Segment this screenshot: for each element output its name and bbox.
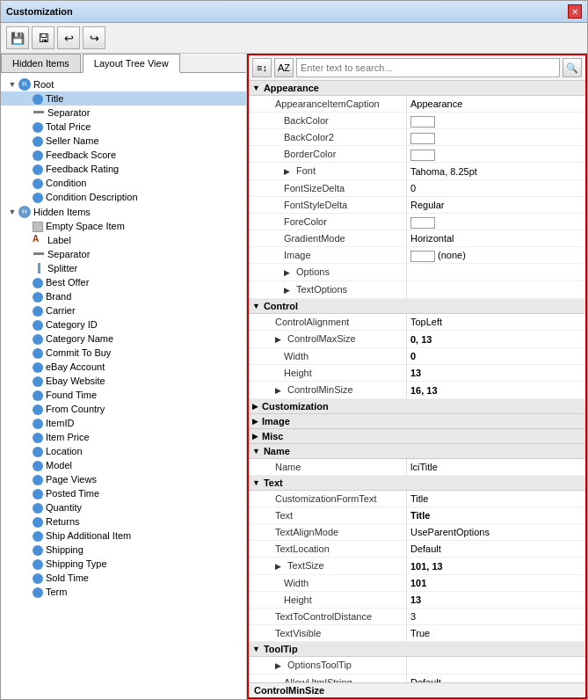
prop-value-width[interactable]: 101 — [407, 575, 585, 591]
tree-item-quantity[interactable]: Quantity — [1, 500, 246, 514]
expand-icon-from-country[interactable] — [20, 403, 33, 415]
prop-row-name[interactable]: NamelciTitle — [249, 459, 585, 476]
prop-value-allowhtmlstring[interactable]: Default — [407, 674, 585, 682]
expand-icon-separator1[interactable] — [20, 106, 33, 119]
tree-item-location[interactable]: Location — [1, 444, 246, 458]
tree-item-label[interactable]: ALabel — [1, 233, 246, 247]
tree-item-found-time[interactable]: Found Time — [1, 388, 246, 402]
expand-icon-ship-additional[interactable] — [20, 529, 33, 542]
save2-button[interactable]: 🖫 — [32, 26, 54, 49]
expand-icon-ebay-website[interactable] — [20, 375, 33, 387]
prop-value-controlminsize[interactable]: 16, 13 — [407, 383, 585, 398]
prop-value-textoptions[interactable] — [407, 289, 585, 291]
tree-item-total-price[interactable]: Total Price — [1, 120, 246, 134]
section-header-misc[interactable]: ▶Misc — [249, 429, 585, 444]
prop-expand-OptionsToolTip[interactable]: ▶ — [275, 659, 286, 673]
prop-row-backcolor2[interactable]: BackColor2 — [249, 129, 585, 146]
tab-layout-tree[interactable]: Layout Tree View — [83, 54, 180, 73]
expand-icon-page-views[interactable] — [20, 473, 33, 485]
color-swatch-Image[interactable] — [410, 251, 435, 262]
tree-item-posted-time[interactable]: Posted Time — [1, 486, 246, 500]
tree-item-shipping-type[interactable]: Shipping Type — [1, 557, 246, 571]
tree-item-separator2[interactable]: Separator — [1, 247, 246, 261]
prop-value-bordercolor[interactable] — [407, 146, 585, 162]
prop-row-image[interactable]: Image (none) — [249, 247, 585, 264]
tree-item-ebay-website[interactable]: Ebay Website — [1, 374, 246, 388]
prop-value-name[interactable]: lciTitle — [407, 459, 585, 475]
prop-value-controlmaxsize[interactable]: 0, 13 — [407, 332, 585, 347]
expand-icon-condition-desc[interactable] — [20, 191, 33, 203]
color-swatch-BackColor2[interactable] — [410, 133, 435, 144]
prop-row-textalignmode[interactable]: TextAlignModeUseParentOptions — [249, 524, 585, 541]
close-button[interactable]: ✕ — [568, 4, 582, 18]
section-header-customization[interactable]: ▶Customization — [249, 399, 585, 414]
tree-item-hidden-items[interactable]: ▼HHidden Items — [1, 204, 246, 219]
prop-value-gradientmode[interactable]: Horizontal — [407, 230, 585, 246]
prop-row-controlmaxsize[interactable]: ▶ControlMaxSize0, 13 — [249, 331, 585, 348]
expand-icon-label[interactable] — [20, 234, 33, 246]
prop-row-textvisible[interactable]: TextVisibleTrue — [249, 625, 585, 642]
expand-icon-hidden-items[interactable]: ▼ — [6, 206, 18, 218]
prop-expand-TextOptions[interactable]: ▶ — [284, 283, 294, 297]
prop-row-textsize[interactable]: ▶TextSize101, 13 — [249, 558, 585, 575]
prop-expand-ControlMaxSize[interactable]: ▶ — [275, 332, 286, 346]
expand-icon-best-offer[interactable] — [20, 276, 33, 288]
tree-item-brand[interactable]: Brand — [1, 289, 246, 303]
tree-item-empty-space[interactable]: Empty Space Item — [1, 219, 246, 233]
expand-icon-returns[interactable] — [20, 515, 33, 528]
prop-row-forecolor[interactable]: ForeColor — [249, 214, 585, 230]
expand-icon-sold-time[interactable] — [20, 572, 33, 584]
tree-item-returns[interactable]: Returns — [1, 514, 246, 529]
tree-item-best-offer[interactable]: Best Offer — [1, 275, 246, 289]
prop-row-bordercolor[interactable]: BorderColor — [249, 146, 585, 163]
tree-item-term[interactable]: Term — [1, 585, 246, 599]
expand-icon-posted-time[interactable] — [20, 487, 33, 499]
props-btn2[interactable]: AZ — [274, 58, 294, 77]
props-area[interactable]: ▼AppearanceAppearanceItemCaptionAppearan… — [249, 81, 585, 682]
section-header-tooltip[interactable]: ▼ToolTip — [249, 642, 585, 657]
tree-item-feedback-score[interactable]: Feedback Score — [1, 148, 246, 162]
tree-item-condition-desc[interactable]: Condition Description — [1, 190, 246, 204]
prop-row-appearanceitemcaption[interactable]: AppearanceItemCaptionAppearance — [249, 96, 585, 113]
expand-icon-carrier[interactable] — [20, 304, 33, 317]
expand-icon-splitter[interactable] — [20, 262, 33, 274]
tree-area[interactable]: ▼RRootTitleSeparatorTotal PriceSeller Na… — [1, 73, 246, 699]
prop-value-fontsizedelta[interactable]: 0 — [407, 180, 585, 196]
prop-value-backcolor2[interactable] — [407, 129, 585, 145]
prop-row-controlminsize[interactable]: ▶ControlMinSize16, 13 — [249, 382, 585, 399]
expand-icon-model[interactable] — [20, 459, 33, 471]
expand-icon-term[interactable] — [20, 586, 33, 598]
tree-item-carrier[interactable]: Carrier — [1, 303, 246, 317]
color-swatch-BorderColor[interactable] — [410, 149, 435, 161]
prop-row-width[interactable]: Width0 — [249, 348, 585, 365]
prop-expand-TextSize[interactable]: ▶ — [275, 559, 286, 573]
search-input[interactable] — [296, 58, 560, 77]
prop-value-width[interactable]: 0 — [407, 348, 585, 364]
tree-item-splitter[interactable]: Splitter — [1, 261, 246, 275]
save-button[interactable]: 💾 — [6, 26, 29, 49]
tree-item-category-name[interactable]: Category Name — [1, 332, 246, 346]
tree-item-model[interactable]: Model — [1, 458, 246, 472]
tree-item-from-country[interactable]: From Country — [1, 402, 246, 416]
prop-value-font[interactable]: Tahoma, 8.25pt — [407, 164, 585, 179]
prop-value-optionstooltip[interactable] — [407, 665, 585, 667]
tree-item-category-id[interactable]: Category ID — [1, 317, 246, 332]
prop-row-text[interactable]: TextTitle — [249, 507, 585, 524]
tree-item-feedback-rating[interactable]: Feedback Rating — [1, 162, 246, 176]
expand-icon-category-name[interactable] — [20, 332, 33, 345]
expand-icon-condition[interactable] — [20, 177, 33, 189]
prop-value-textlocation[interactable]: Default — [407, 541, 585, 557]
prop-value-texttocontroldistance[interactable]: 3 — [407, 609, 585, 624]
section-header-control[interactable]: ▼Control — [249, 299, 585, 314]
prop-value-forecolor[interactable] — [407, 214, 585, 230]
expand-icon-seller-name[interactable] — [20, 135, 33, 147]
prop-value-customizationformtext[interactable]: Title — [407, 491, 585, 507]
prop-row-allowhtmlstring[interactable]: AllowHtmlStringDefault — [249, 674, 585, 682]
expand-icon-item-id[interactable] — [20, 417, 33, 429]
tree-item-item-price[interactable]: Item Price — [1, 430, 246, 444]
prop-value-textvisible[interactable]: True — [407, 625, 585, 641]
expand-icon-location[interactable] — [20, 445, 33, 457]
prop-value-appearanceitemcaption[interactable]: Appearance — [407, 96, 585, 112]
expand-icon-category-id[interactable] — [20, 318, 33, 331]
tree-item-condition[interactable]: Condition — [1, 176, 246, 190]
